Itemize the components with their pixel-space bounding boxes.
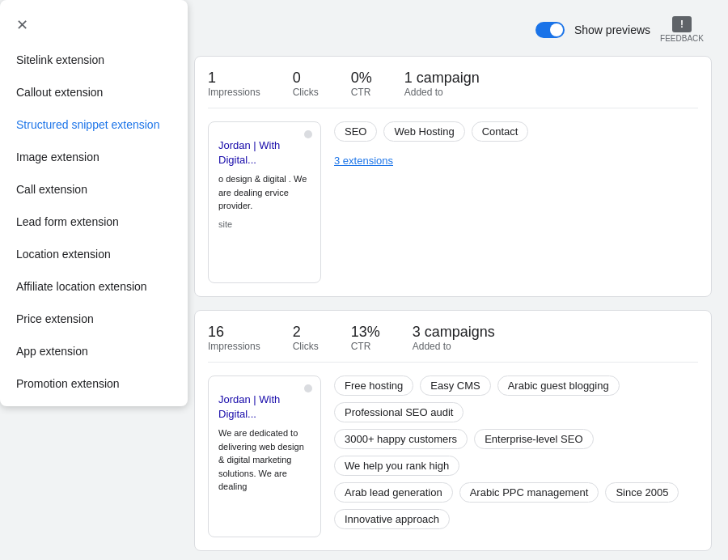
- tags-row-1-2: Arab lead generationArabic PPC managemen…: [334, 482, 698, 529]
- dropdown-close-button[interactable]: ✕: [0, 6, 188, 44]
- stat-label-1-0: Impressions: [208, 341, 260, 352]
- stat-label-0-2: CTR: [351, 87, 372, 98]
- stat-label-1-3: Added to: [413, 341, 495, 352]
- stat-label-1-1: Clicks: [293, 341, 319, 352]
- dropdown-menu: ✕ Sitelink extensionCallout extensionStr…: [0, 0, 188, 406]
- card-body-1: Jordan | With Digital...We are dedicated…: [208, 375, 698, 537]
- show-previews-toggle[interactable]: [535, 22, 565, 38]
- dropdown-item-promotion[interactable]: Promotion extension: [0, 367, 188, 400]
- feedback-button[interactable]: FEEDBACK: [660, 16, 704, 43]
- stat-value-1-0: 16: [208, 324, 260, 341]
- tag-1-1-1[interactable]: Enterprise-level SEO: [474, 429, 593, 449]
- card-stats-1: 16Impressions2Clicks13%CTR3 campaignsAdd…: [208, 324, 698, 363]
- stat-value-0-0: 1: [208, 70, 260, 87]
- preview-footer-0: site: [218, 219, 311, 229]
- tag-1-2-2[interactable]: Since 2005: [605, 482, 679, 503]
- extension-card-1: 16Impressions2Clicks13%CTR3 campaignsAdd…: [194, 310, 712, 551]
- tag-0-0-2[interactable]: Contact: [472, 121, 529, 142]
- feedback-label: FEEDBACK: [660, 34, 704, 43]
- extensions-link-0[interactable]: 3 extensions: [334, 155, 393, 167]
- top-bar: Show previews FEEDBACK: [194, 16, 712, 43]
- stat-item-1-0: 16Impressions: [208, 324, 260, 352]
- tag-0-0-1[interactable]: Web Hosting: [383, 121, 464, 142]
- stat-item-0-0: 1Impressions: [208, 70, 260, 98]
- stat-label-1-2: CTR: [351, 341, 380, 352]
- stat-label-0-0: Impressions: [208, 87, 260, 98]
- preview-dot-1: [304, 384, 312, 392]
- tags-area-1: Free hostingEasy CMSArabic guest bloggin…: [334, 375, 698, 537]
- tags-row-1-0: Free hostingEasy CMSArabic guest bloggin…: [334, 375, 698, 422]
- tag-1-0-2[interactable]: Arabic guest blogging: [497, 375, 620, 396]
- dropdown-item-location[interactable]: Location extension: [0, 238, 188, 270]
- preview-title-1: Jordan | With Digital...: [218, 392, 311, 422]
- tag-0-0-0[interactable]: SEO: [334, 121, 377, 142]
- dropdown-item-lead-form[interactable]: Lead form extension: [0, 206, 188, 238]
- tag-1-0-3[interactable]: Professional SEO audit: [334, 402, 463, 422]
- dropdown-item-price[interactable]: Price extension: [0, 303, 188, 335]
- stat-item-0-3: 1 campaignAdded to: [404, 70, 480, 98]
- stat-value-0-1: 0: [293, 70, 319, 87]
- preview-desc-1: We are dedicated to delivering web desig…: [218, 426, 311, 494]
- stat-item-1-3: 3 campaignsAdded to: [413, 324, 495, 352]
- close-icon: ✕: [16, 16, 28, 34]
- extension-preview-1: Jordan | With Digital...We are dedicated…: [208, 375, 321, 537]
- show-previews-label: Show previews: [574, 23, 650, 36]
- stat-value-1-1: 2: [293, 324, 319, 341]
- feedback-icon: [672, 16, 692, 32]
- tag-1-0-1[interactable]: Easy CMS: [420, 375, 490, 396]
- tag-1-2-3[interactable]: Innovative approach: [334, 509, 450, 529]
- tag-1-1-2[interactable]: We help you rank high: [334, 456, 459, 476]
- stat-label-0-1: Clicks: [293, 87, 319, 98]
- tag-1-1-0[interactable]: 3000+ happy customers: [334, 429, 468, 449]
- stat-value-1-3: 3 campaigns: [413, 324, 495, 341]
- dropdown-item-call[interactable]: Call extension: [0, 173, 188, 206]
- extension-preview-0: Jordan | With Digital...o design & digit…: [208, 121, 321, 283]
- card-body-0: Jordan | With Digital...o design & digit…: [208, 121, 698, 283]
- tags-row-0-0: SEOWeb HostingContact: [334, 121, 698, 142]
- stat-item-0-2: 0%CTR: [351, 70, 372, 98]
- tag-1-0-0[interactable]: Free hosting: [334, 375, 413, 396]
- dropdown-item-callout[interactable]: Callout extension: [0, 76, 188, 108]
- tags-area-0: SEOWeb HostingContact3 extensions: [334, 121, 698, 283]
- stat-value-0-2: 0%: [351, 70, 372, 87]
- tag-1-2-0[interactable]: Arab lead generation: [334, 482, 453, 503]
- stat-label-0-3: Added to: [404, 87, 480, 98]
- preview-desc-0: o design & digital . We are dealing ervi…: [218, 172, 311, 213]
- dropdown-item-structured-snippet[interactable]: Structured snippet extension: [0, 108, 188, 141]
- stat-value-1-2: 13%: [351, 324, 380, 341]
- dropdown-item-app[interactable]: App extension: [0, 335, 188, 367]
- stat-item-1-1: 2Clicks: [293, 324, 319, 352]
- dropdown-item-affiliate-location[interactable]: Affiliate location extension: [0, 270, 188, 303]
- stat-value-0-3: 1 campaign: [404, 70, 480, 87]
- dropdown-item-sitelink[interactable]: Sitelink extension: [0, 44, 188, 76]
- preview-dot-0: [304, 130, 312, 138]
- stat-item-0-1: 0Clicks: [293, 70, 319, 98]
- tags-row-1-1: 3000+ happy customersEnterprise-level SE…: [334, 429, 698, 476]
- extension-card-0: 1Impressions0Clicks0%CTR1 campaignAdded …: [194, 56, 712, 297]
- card-stats-0: 1Impressions0Clicks0%CTR1 campaignAdded …: [208, 70, 698, 108]
- dropdown-item-image[interactable]: Image extension: [0, 141, 188, 173]
- preview-title-0: Jordan | With Digital...: [218, 138, 311, 168]
- stat-item-1-2: 13%CTR: [351, 324, 380, 352]
- tag-1-2-1[interactable]: Arabic PPC management: [459, 482, 599, 503]
